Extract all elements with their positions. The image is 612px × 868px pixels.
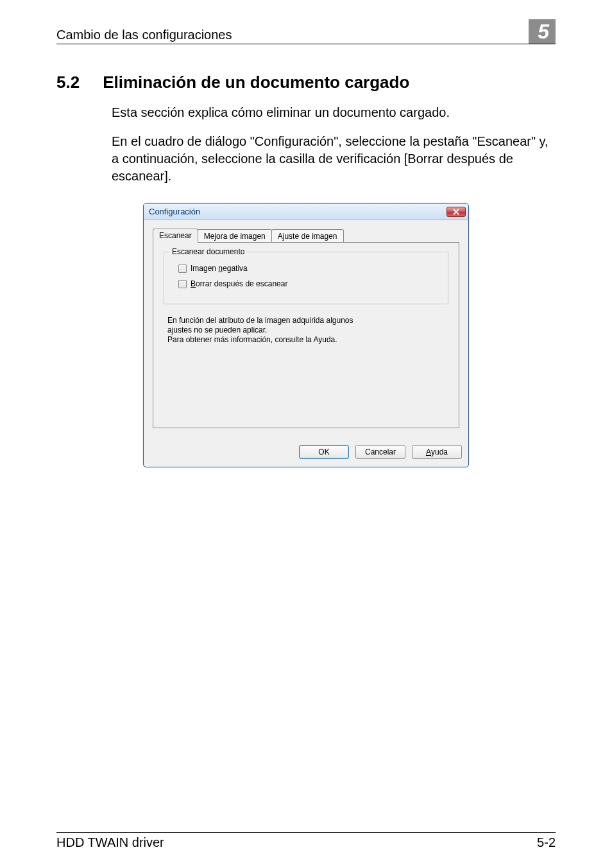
footer-right: 5-2 [537,835,556,850]
footer-left: HDD TWAIN driver [56,835,164,850]
section-title: Eliminación de un documento cargado [103,73,409,92]
checkbox-imagen-negativa-label: Imagen negativa [191,264,248,273]
paragraph-2: En el cuadro de diálogo "Configuración",… [112,133,556,185]
dialog-title: Configuración [149,207,200,216]
info-line-1: En función del atributo de la imagen adq… [167,316,448,326]
tab-strip: Escanear Mejora de imagen Ajuste de imag… [153,228,459,243]
dialog-body: Escanear Mejora de imagen Ajuste de imag… [144,220,468,437]
close-icon [453,206,459,218]
dialog-button-row: OK Cancelar Ayuda [144,437,468,467]
fieldset-legend: Escanear documento [169,247,247,256]
section-number: 5.2 [56,73,80,92]
info-line-2: ajustes no se pueden aplicar. [167,326,448,335]
info-text: En función del atributo de la imagen adq… [167,316,448,345]
checkbox-borrar-despues-row[interactable]: Borrar después de escanear [178,279,439,288]
dialog-titlebar[interactable]: Configuración [144,204,468,220]
chapter-number-badge: 5 [529,19,556,44]
info-line-3: Para obtener más información, consulte l… [167,335,448,345]
ok-button[interactable]: OK [299,445,349,459]
running-head: Cambio de las configuraciones 5 [56,19,556,44]
paragraph-1: Esta sección explica cómo eliminar un do… [112,104,556,121]
page-footer: HDD TWAIN driver 5-2 [56,832,556,850]
escanear-documento-fieldset: Escanear documento Imagen negativa Borra… [164,252,448,304]
close-button[interactable] [446,207,466,217]
running-head-title: Cambio de las configuraciones [56,28,232,42]
tab-mejora-imagen[interactable]: Mejora de imagen [198,229,272,243]
checkbox-imagen-negativa[interactable] [178,265,187,273]
tab-escanear[interactable]: Escanear [153,229,198,243]
checkbox-borrar-despues-label: Borrar después de escanear [191,279,287,288]
tab-panel-escanear: Escanear documento Imagen negativa Borra… [153,242,459,428]
configuracion-dialog: Configuración Escanear Mejora de imagen … [143,203,469,467]
cancel-button[interactable]: Cancelar [355,445,405,459]
checkbox-borrar-despues[interactable] [178,280,187,288]
help-button[interactable]: Ayuda [412,445,462,459]
tab-ajuste-imagen[interactable]: Ajuste de imagen [271,229,344,243]
checkbox-imagen-negativa-row[interactable]: Imagen negativa [178,264,439,273]
section-heading: 5.2 Eliminación de un documento cargado [56,73,556,92]
